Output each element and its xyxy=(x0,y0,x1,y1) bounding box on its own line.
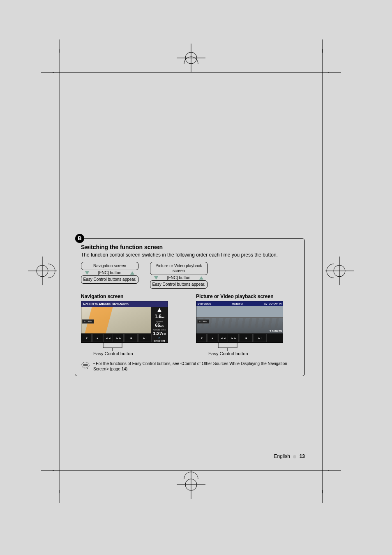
section-description: The function control screen switches in … xyxy=(81,252,299,258)
video-screen-column: Picture or Video playback screen DVD VID… xyxy=(196,293,295,355)
nav-side-panel: 1.6mi Speed 65m/h Arrival Time 1:27P M P… xyxy=(151,307,168,342)
nav-title-bar: I-710 N to Atlantic Blvd-North xyxy=(81,301,168,307)
nav-time: 0:00:05 xyxy=(151,339,168,343)
next-button[interactable]: ►► xyxy=(229,334,239,342)
note-icon xyxy=(81,361,90,371)
video-top-bar: DVD VIDEO Mode:Full AV–OUT:AV–IN xyxy=(196,301,283,306)
flow-col-video: Picture or Video playback screen [FNC] b… xyxy=(150,262,208,289)
page-footer: English 13 xyxy=(75,453,305,459)
flow-row: Navigation screen [FNC] button Easy Cont… xyxy=(81,262,299,289)
scrn-button[interactable]: SCRN xyxy=(197,319,209,324)
flow-box-video-top: Picture or Video playback screen xyxy=(150,262,208,275)
nav-arrival: 1:27 xyxy=(153,331,162,336)
flow-arrows: [FNC] button xyxy=(85,270,134,275)
flow-box-nav-top: Navigation screen xyxy=(81,262,138,270)
arrow-down-icon xyxy=(85,271,89,275)
vol-up-button[interactable]: ▲ xyxy=(92,334,102,342)
play-pause-button[interactable]: ►II xyxy=(138,334,152,342)
section-title: Switching the function screen xyxy=(81,244,299,250)
arrow-up-icon xyxy=(199,276,203,280)
footer-bullet-icon xyxy=(293,455,296,458)
section-badge: B xyxy=(75,234,84,243)
video-callout-text: Easy Control button xyxy=(208,351,248,356)
video-screen-mock: DVD VIDEO Mode:Full AV–OUT:AV–IN SCRN 0:… xyxy=(196,301,283,343)
nav-distance-unit: mi xyxy=(161,316,164,319)
next-button[interactable]: ►► xyxy=(114,334,124,342)
footer-page-number: 13 xyxy=(300,453,305,459)
flow-col-navigation: Navigation screen [FNC] button Easy Cont… xyxy=(81,262,138,289)
flow-mid-label: [FNC] button xyxy=(98,271,122,275)
vol-down-button[interactable]: ▼ xyxy=(82,334,92,342)
note-text: For the functions of Easy Control button… xyxy=(93,361,299,372)
video-callout: Easy Control button xyxy=(196,343,295,355)
flow-box-video-bottom: Easy Control buttons appear. xyxy=(150,280,208,289)
easy-control-bar: ▼ ▲ ◄◄ ►► ■ ►II xyxy=(81,333,151,342)
note-row: For the functions of Easy Control button… xyxy=(81,361,299,372)
vol-down-button[interactable]: ▼ xyxy=(197,334,207,342)
stop-button[interactable]: ■ xyxy=(240,334,253,342)
scrn-button[interactable]: SCRN xyxy=(82,319,94,324)
nav-speed: 65 xyxy=(155,323,160,328)
nav-arrival-unit: P M xyxy=(162,333,166,335)
nav-screen-mock: I-710 N to Atlantic Blvd-North SCRN 1.6m… xyxy=(81,301,168,343)
nav-screen-column: Navigation screen I-710 N to Atlantic Bl… xyxy=(81,293,171,355)
nav-distance: 1.6 xyxy=(154,314,161,319)
flow-arrows: [FNC] button xyxy=(154,275,203,280)
nav-speed-unit: m/h xyxy=(160,325,164,327)
flow-box-nav-bottom: Easy Control buttons appear. xyxy=(81,275,138,284)
prev-button[interactable]: ◄◄ xyxy=(218,334,228,342)
turn-arrow-icon xyxy=(157,308,161,312)
nav-callout: Easy Control button xyxy=(81,343,171,355)
nav-screen-label: Navigation screen xyxy=(81,294,171,299)
video-source-label: DVD VIDEO xyxy=(198,301,211,306)
stop-button[interactable]: ■ xyxy=(125,334,138,342)
easy-control-bar: ▼ ▲ ◄◄ ►► ■ ►II xyxy=(196,333,283,342)
video-screen-label: Picture or Video playback screen xyxy=(196,294,295,299)
prev-button[interactable]: ◄◄ xyxy=(103,334,113,342)
video-avout-label: AV–OUT:AV–IN xyxy=(264,301,281,306)
video-time: 0:00:05 xyxy=(270,330,282,333)
arrow-down-icon xyxy=(154,276,158,280)
section-b: B Switching the function screen The func… xyxy=(75,238,305,376)
nav-callout-text: Easy Control button xyxy=(93,351,133,356)
flow-mid-label: [FNC] button xyxy=(167,275,191,280)
play-pause-button[interactable]: ►II xyxy=(254,334,267,342)
video-mode-label: Mode:Full xyxy=(232,301,243,306)
footer-language: English xyxy=(274,453,290,459)
screens-row: Navigation screen I-710 N to Atlantic Bl… xyxy=(81,293,299,355)
bridge-line xyxy=(196,317,283,318)
vol-up-button[interactable]: ▲ xyxy=(208,334,217,342)
arrow-up-icon xyxy=(130,271,134,275)
